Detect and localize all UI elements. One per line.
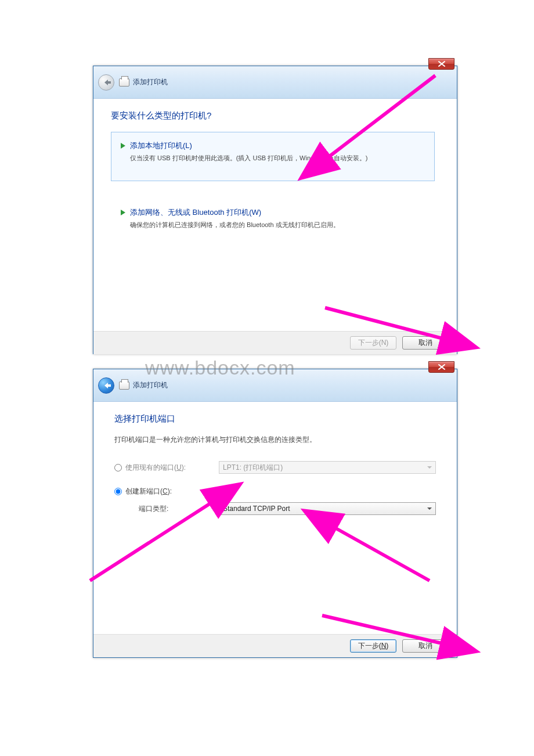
port-type-label: 端口类型: [114, 504, 219, 514]
close-button[interactable] [428, 58, 454, 70]
titlebar: 添加打印机 [93, 66, 457, 99]
page-heading: 选择打印机端口 [114, 413, 436, 424]
add-printer-wizard-step-type: 添加打印机 要安装什么类型的打印机? 添加本地打印机(L) 仅当没有 USB 打… [93, 66, 457, 354]
next-button[interactable]: 下一步(N) [350, 639, 396, 653]
printer-icon [119, 381, 129, 390]
printer-icon [119, 78, 129, 87]
arrow-icon [121, 143, 125, 149]
close-button[interactable] [428, 361, 454, 373]
wizard-body: 要安装什么类型的打印机? 添加本地打印机(L) 仅当没有 USB 打印机时使用此… [93, 99, 457, 331]
option-add-network-printer[interactable]: 添加网络、无线或 Bluetooth 打印机(W) 确保您的计算机已连接到网络，… [111, 199, 435, 248]
existing-port-value: LPT1: (打印机端口) [223, 463, 283, 473]
option-local-desc: 仅当没有 USB 打印机时使用此选项。(插入 USB 打印机后，Windows … [130, 153, 367, 163]
back-button[interactable] [98, 377, 114, 394]
help-text: 打印机端口是一种允许您的计算机与打印机交换信息的连接类型。 [114, 435, 436, 445]
window-title: 添加打印机 [133, 77, 168, 87]
chevron-down-icon [427, 466, 432, 469]
option-network-title: 添加网络、无线或 Bluetooth 打印机(W) [130, 207, 340, 218]
window-title: 添加打印机 [133, 380, 168, 390]
option-add-local-printer[interactable]: 添加本地打印机(L) 仅当没有 USB 打印机时使用此选项。(插入 USB 打印… [111, 132, 435, 181]
cancel-button[interactable]: 取消 [402, 639, 449, 653]
add-printer-wizard-step-port: 添加打印机 选择打印机端口 打印机端口是一种允许您的计算机与打印机交换信息的连接… [93, 369, 457, 658]
radio-create-new-port[interactable]: 创建新端口(C): [114, 487, 219, 496]
back-button [98, 74, 114, 91]
page-heading: 要安装什么类型的打印机? [111, 110, 439, 121]
cancel-button[interactable]: 取消 [402, 336, 449, 350]
radio-create-new-label: 创建新端口(C): [125, 487, 172, 496]
existing-port-select: LPT1: (打印机端口) [219, 461, 436, 474]
option-local-title: 添加本地打印机(L) [130, 141, 367, 151]
button-bar: 下一步(N) 取消 [93, 331, 457, 354]
titlebar: 添加打印机 [93, 369, 457, 402]
button-bar: 下一步(N) 取消 [93, 634, 457, 657]
radio-create-new-input[interactable] [114, 488, 122, 495]
port-type-select[interactable]: Standard TCP/IP Port [219, 502, 436, 515]
port-type-value: Standard TCP/IP Port [223, 505, 290, 513]
radio-use-existing-input[interactable] [114, 464, 122, 471]
radio-use-existing-label: 使用现有的端口(U): [125, 463, 186, 473]
chevron-down-icon [427, 507, 432, 510]
wizard-body: 选择打印机端口 打印机端口是一种允许您的计算机与打印机交换信息的连接类型。 使用… [93, 402, 457, 634]
arrow-icon [121, 210, 125, 215]
radio-use-existing-port[interactable]: 使用现有的端口(U): [114, 463, 219, 473]
next-button: 下一步(N) [350, 336, 396, 350]
option-network-desc: 确保您的计算机已连接到网络，或者您的 Bluetooth 或无线打印机已启用。 [130, 220, 340, 230]
